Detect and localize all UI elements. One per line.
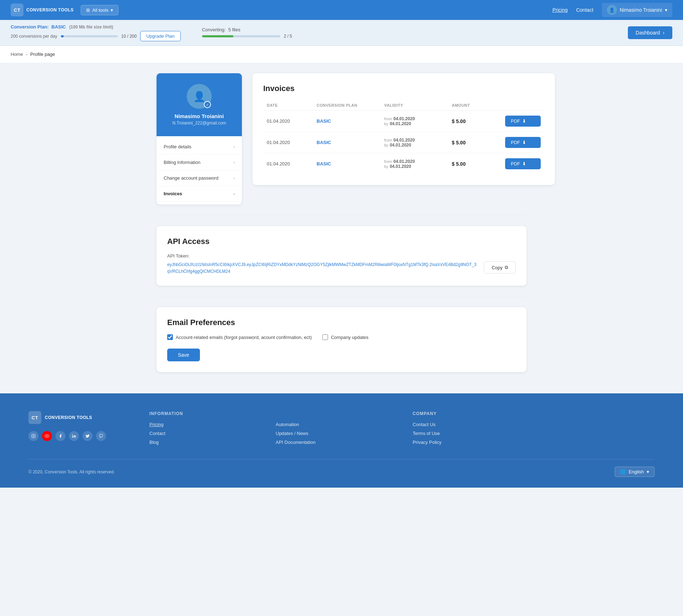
company-updates-checkbox[interactable] bbox=[322, 334, 328, 340]
user-name: Nimasimo Troianini bbox=[620, 7, 662, 13]
sidebar-user-name: Nimasimo Troianini bbox=[164, 113, 235, 119]
plan-prefix: Conversion Plan: bbox=[11, 24, 49, 30]
copy-button[interactable]: Copy ⧉ bbox=[484, 261, 516, 274]
footer-company: COMPANY Contact Us Terms of Use Privacy … bbox=[413, 411, 655, 445]
main-content: 👤 ✓ Nimasimo Troianini N.Troianini_222@g… bbox=[146, 63, 537, 393]
dashboard-button[interactable]: Dashboard › bbox=[628, 26, 672, 39]
footer-link-terms[interactable]: Terms of Use bbox=[413, 431, 655, 436]
youtube-icon[interactable] bbox=[42, 431, 52, 441]
sidebar-item-invoices[interactable]: Invoices › bbox=[157, 186, 242, 202]
sidebar-item-label: Change account password bbox=[164, 175, 218, 181]
converting-progress-bar bbox=[202, 35, 280, 37]
invoice-validity: from04.01.2020 by04.01.2020 bbox=[384, 138, 448, 148]
footer-information-title: INFORMATION bbox=[149, 411, 391, 416]
instagram-icon[interactable] bbox=[28, 431, 38, 441]
footer-link-automation[interactable]: Automation bbox=[276, 422, 391, 427]
footer-link-privacy[interactable]: Privacy Policy bbox=[413, 440, 655, 445]
avatar-container: 👤 ✓ bbox=[187, 84, 212, 109]
plan-info: Conversion Plan: BASIC (100 Mb file size… bbox=[11, 24, 181, 41]
download-icon: ⬇ bbox=[522, 140, 526, 145]
all-tools-label: All tools bbox=[92, 7, 108, 13]
footer-link-contact[interactable]: Contact bbox=[149, 431, 265, 436]
conversions-progress-bar bbox=[61, 35, 118, 37]
pdf-label: PDF bbox=[511, 140, 520, 145]
copyright-text: © 2020, Conversion Tools. All rights res… bbox=[28, 469, 115, 474]
sidebar-item-billing[interactable]: Billing Information › bbox=[157, 155, 242, 170]
progress-row: 200 conversions per day 10 / 200 Upgrade… bbox=[11, 31, 181, 41]
chevron-down-icon: ▾ bbox=[665, 7, 667, 13]
download-icon: ⬇ bbox=[522, 118, 526, 124]
pdf-label: PDF bbox=[511, 118, 520, 124]
breadcrumb-home[interactable]: Home bbox=[11, 52, 23, 57]
pdf-label: PDF bbox=[511, 161, 520, 166]
footer-bottom: © 2020, Conversion Tools. All rights res… bbox=[28, 459, 655, 477]
header: CT CONVERSION TOOLS ⊞ All tools ▾ Pricin… bbox=[0, 0, 683, 20]
sidebar-item-label: Invoices bbox=[164, 191, 182, 196]
table-row: 01.04.2020 BASIC from04.01.2020 by04.01.… bbox=[263, 153, 544, 174]
pdf-download-button[interactable]: PDF ⬇ bbox=[505, 116, 541, 127]
language-label: English bbox=[629, 469, 644, 474]
pdf-download-button[interactable]: PDF ⬇ bbox=[505, 137, 541, 148]
header-nav: Pricing Contact 👤 Nimasimo Troianini ▾ bbox=[552, 3, 672, 17]
sidebar-user-email: N.Troianini_222@gmail.com bbox=[164, 121, 235, 126]
facebook-icon[interactable] bbox=[55, 431, 65, 441]
sidebar-item-profile-details[interactable]: Profile details › bbox=[157, 139, 242, 155]
invoice-date: 01.04.2020 bbox=[267, 140, 313, 145]
api-token-value: eyJhbGciOiJIUzI1NiIsInR5cCI6IkpXVCJ9.eyJ… bbox=[167, 261, 477, 275]
converting-label: Converting: 5 files bbox=[202, 27, 292, 32]
table-row: 01.04.2020 BASIC from04.01.2020 by04.01.… bbox=[263, 132, 544, 153]
chevron-down-icon: ▾ bbox=[111, 7, 113, 13]
github-icon[interactable] bbox=[96, 431, 106, 441]
converting-progress-row: 2 / 5 bbox=[202, 34, 292, 39]
breadcrumb: Home › Profile page bbox=[0, 46, 683, 63]
svg-rect-0 bbox=[32, 434, 35, 438]
save-button[interactable]: Save bbox=[167, 349, 200, 361]
user-menu-button[interactable]: 👤 Nimasimo Troianini ▾ bbox=[602, 3, 672, 17]
chevron-right-icon: › bbox=[233, 160, 235, 165]
linkedin-icon[interactable] bbox=[69, 431, 79, 441]
invoice-plan: BASIC bbox=[317, 118, 381, 124]
api-section: API Access API Token: eyJhbGciOiJIUzI1Ni… bbox=[157, 226, 526, 286]
svg-point-1 bbox=[33, 435, 34, 437]
chevron-right-icon: › bbox=[233, 176, 235, 181]
upgrade-plan-button[interactable]: Upgrade Plan bbox=[140, 31, 181, 41]
sidebar-item-change-password[interactable]: Change account password › bbox=[157, 170, 242, 186]
nav-pricing[interactable]: Pricing bbox=[552, 7, 568, 13]
footer-link-blog[interactable]: Blog bbox=[149, 440, 265, 445]
top-bar: Conversion Plan: BASIC (100 Mb file size… bbox=[0, 20, 683, 46]
conversions-progress-fill bbox=[61, 35, 64, 37]
sidebar-header: 👤 ✓ Nimasimo Troianini N.Troianini_222@g… bbox=[157, 73, 242, 136]
account-emails-checkbox[interactable] bbox=[167, 334, 173, 340]
user-icon: 👤 bbox=[609, 7, 615, 13]
copy-label: Copy bbox=[492, 265, 502, 270]
footer-brand: CT CONVERSION TOOLS bbox=[28, 411, 128, 445]
user-icon: 👤 bbox=[193, 91, 206, 102]
twitter-icon[interactable] bbox=[83, 431, 92, 441]
account-emails-label: Account-related emails (forgot password,… bbox=[176, 335, 312, 340]
footer-company-links: Contact Us Terms of Use Privacy Policy bbox=[413, 422, 655, 445]
all-tools-button[interactable]: ⊞ All tools ▾ bbox=[81, 5, 118, 15]
email-prefs-row: Account-related emails (forgot password,… bbox=[167, 334, 516, 340]
svg-point-4 bbox=[72, 434, 73, 435]
pdf-download-button[interactable]: PDF ⬇ bbox=[505, 158, 541, 169]
download-icon: ⬇ bbox=[522, 161, 526, 166]
invoices-title: Invoices bbox=[263, 84, 544, 93]
invoice-date: 01.04.2020 bbox=[267, 161, 313, 166]
divider-2 bbox=[157, 296, 526, 297]
invoice-plan: BASIC bbox=[317, 140, 381, 145]
language-button[interactable]: 🌐 English ▾ bbox=[615, 467, 655, 477]
footer-info-links-col1: Pricing Contact Blog bbox=[149, 422, 265, 445]
api-token-row: eyJhbGciOiJIUzI1NiIsInR5cCI6IkpXVCJ9.eyJ… bbox=[167, 261, 516, 275]
footer-link-contact-us[interactable]: Contact Us bbox=[413, 422, 655, 427]
footer-link-pricing[interactable]: Pricing bbox=[149, 422, 265, 427]
grid-icon: ⊞ bbox=[86, 7, 90, 13]
nav-contact[interactable]: Contact bbox=[576, 7, 593, 13]
api-token-label: API Token: bbox=[167, 253, 516, 259]
plan-label: Conversion Plan: BASIC (100 Mb file size… bbox=[11, 24, 181, 30]
company-updates-group: Company updates bbox=[322, 334, 369, 340]
footer-info-links-col2: Automation Updates / News API Documentat… bbox=[276, 422, 391, 445]
footer-link-api-docs[interactable]: API Documentation bbox=[276, 440, 391, 445]
invoice-validity: from04.01.2020 by04.01.2020 bbox=[384, 159, 448, 169]
footer-link-updates[interactable]: Updates / News bbox=[276, 431, 391, 436]
invoice-amount: $ 5.00 bbox=[452, 161, 502, 167]
